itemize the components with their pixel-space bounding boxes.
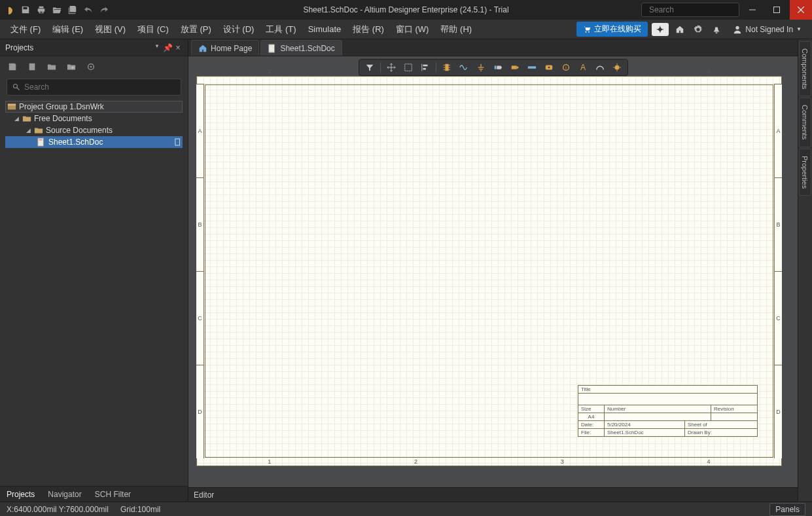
- svg-point-11: [90, 66, 92, 68]
- sign-in-button[interactable]: Not Signed In ▼: [728, 22, 807, 37]
- expand-icon[interactable]: ◢: [25, 127, 31, 134]
- svg-point-7: [588, 31, 590, 32]
- doc-tab-home[interactable]: Home Page: [191, 40, 259, 56]
- svg-point-12: [14, 84, 18, 88]
- svg-line-13: [17, 88, 20, 90]
- place-harness-icon[interactable]: [541, 61, 557, 74]
- svg-rect-3: [774, 7, 780, 13]
- tree-source-documents[interactable]: ◢ Source Documents: [5, 124, 183, 136]
- ruler-right: ABCD: [774, 84, 782, 458]
- svg-rect-18: [175, 139, 180, 145]
- place-sheet-symbol-icon[interactable]: i: [558, 61, 574, 74]
- projects-search-input[interactable]: [7, 79, 181, 96]
- tree-free-documents[interactable]: ◢ Free Documents: [5, 113, 183, 124]
- print-icon[interactable]: [34, 3, 48, 17]
- notifications-icon[interactable]: [709, 22, 724, 37]
- expand-icon[interactable]: ◢: [13, 115, 20, 122]
- global-search-input[interactable]: [641, 3, 739, 17]
- svg-rect-24: [445, 64, 448, 71]
- tree-doc-sheet1[interactable]: Sheet1.SchDoc: [5, 136, 183, 148]
- minimize-button[interactable]: [741, 0, 764, 20]
- schematic-doc-icon: [268, 44, 277, 53]
- app-logo-icon: ◗: [3, 3, 17, 17]
- place-gnd-icon[interactable]: [473, 61, 489, 74]
- schematic-doc-icon: [37, 138, 46, 147]
- undo-icon[interactable]: [81, 3, 96, 17]
- menu-edit[interactable]: 编辑 (E): [47, 21, 88, 38]
- quick-tab-projects[interactable]: Projects: [0, 487, 41, 502]
- right-tab-properties[interactable]: Properties: [799, 149, 811, 196]
- schematic-canvas[interactable]: i A 1234 Title Size Number Revision: [188, 56, 798, 487]
- close-button[interactable]: [790, 0, 812, 20]
- place-directive-icon[interactable]: [609, 61, 625, 74]
- user-icon: [733, 25, 742, 34]
- settings-icon[interactable]: [85, 61, 97, 73]
- svg-rect-37: [527, 66, 535, 69]
- home-icon: [198, 44, 207, 53]
- right-tab-components[interactable]: Components: [799, 41, 811, 96]
- svg-point-8: [736, 26, 739, 29]
- place-drawing-icon[interactable]: [592, 61, 608, 74]
- align-icon[interactable]: [417, 61, 433, 74]
- menu-file[interactable]: 文件 (F): [5, 21, 46, 38]
- active-bar: i A: [359, 59, 628, 76]
- place-netlabel-icon[interactable]: [490, 61, 506, 74]
- gear-icon[interactable]: [691, 22, 705, 37]
- redo-icon[interactable]: [97, 3, 111, 17]
- doc-tab-sheet1[interactable]: Sheet1.SchDoc: [260, 40, 342, 56]
- projects-panel-header: Projects ▼ 📌 ×: [0, 39, 188, 56]
- place-bus-icon[interactable]: [524, 61, 540, 74]
- add-existing-icon[interactable]: [46, 61, 58, 73]
- share-button[interactable]: ✦: [652, 23, 669, 36]
- panel-dropdown-icon[interactable]: ▼: [152, 43, 162, 52]
- quick-tab-sch-filter[interactable]: SCH Filter: [88, 487, 137, 502]
- svg-rect-9: [29, 64, 35, 71]
- svg-rect-22: [423, 65, 427, 67]
- maximize-button[interactable]: [766, 0, 788, 20]
- save-icon[interactable]: [18, 3, 33, 17]
- status-grid: Grid:100mil: [120, 505, 160, 514]
- selection-icon[interactable]: [400, 61, 416, 74]
- menu-help[interactable]: 帮助 (H): [435, 21, 477, 38]
- right-tab-comments[interactable]: Comments: [799, 98, 811, 147]
- save-project-icon[interactable]: [7, 61, 18, 73]
- project-group-icon: [7, 102, 16, 111]
- svg-point-39: [548, 67, 550, 69]
- filter-icon[interactable]: [362, 61, 378, 74]
- save-all-icon[interactable]: [65, 3, 80, 17]
- menu-project[interactable]: 项目 (C): [132, 21, 174, 38]
- editor-footer-tab[interactable]: Editor: [188, 487, 798, 502]
- panel-pin-icon[interactable]: 📌: [163, 43, 172, 52]
- svg-point-6: [586, 31, 587, 32]
- add-new-icon[interactable]: [65, 61, 77, 73]
- svg-rect-35: [494, 65, 496, 69]
- menu-view[interactable]: 视图 (V): [90, 21, 131, 38]
- menu-window[interactable]: 窗口 (W): [391, 21, 434, 38]
- svg-rect-19: [269, 44, 275, 52]
- svg-rect-15: [8, 104, 16, 106]
- schematic-sheet[interactable]: Title Size Number Revision A4 Date:: [196, 76, 782, 466]
- status-coords: X:6400.000mil Y:7600.000mil: [7, 505, 109, 514]
- quick-tab-navigator[interactable]: Navigator: [41, 487, 88, 502]
- place-part-icon[interactable]: [439, 61, 455, 74]
- menu-tools[interactable]: 工具 (T): [260, 21, 301, 38]
- ruler-bottom: 1234: [196, 458, 782, 466]
- panels-button[interactable]: Panels: [769, 503, 805, 516]
- menu-reports[interactable]: 报告 (R): [347, 21, 389, 38]
- compile-icon[interactable]: [26, 61, 38, 73]
- open-icon[interactable]: [50, 3, 64, 17]
- menu-design[interactable]: 设计 (D): [218, 21, 260, 38]
- place-text-icon[interactable]: A: [575, 61, 591, 74]
- move-icon[interactable]: [383, 61, 399, 74]
- menu-simulate[interactable]: Simulate: [303, 22, 347, 37]
- folder-icon: [22, 114, 31, 123]
- menu-place[interactable]: 放置 (P): [175, 21, 217, 38]
- place-wire-icon[interactable]: [456, 61, 472, 74]
- panel-close-icon[interactable]: ×: [173, 43, 183, 52]
- home-icon[interactable]: [673, 22, 687, 37]
- place-port-icon[interactable]: [507, 61, 523, 74]
- svg-rect-23: [423, 68, 425, 70]
- buy-now-button[interactable]: 立即在线购买: [576, 22, 648, 37]
- doc-status-icon: [175, 138, 181, 146]
- tree-project-group[interactable]: Project Group 1.DsnWrk: [5, 101, 183, 113]
